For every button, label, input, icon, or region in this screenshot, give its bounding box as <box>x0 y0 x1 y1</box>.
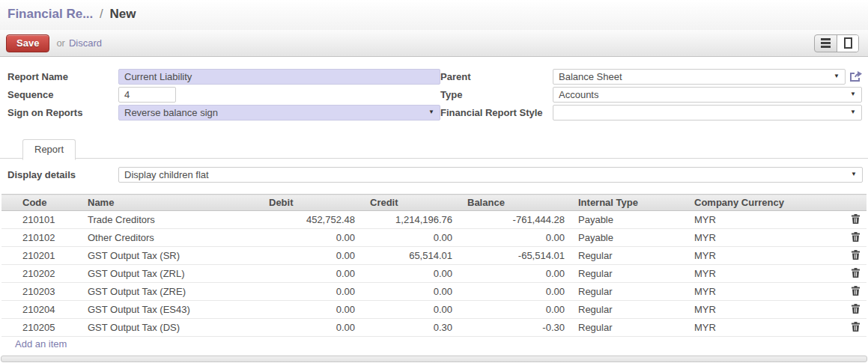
type-label: Type <box>440 89 553 100</box>
cell-company-currency[interactable]: MYR <box>687 229 844 247</box>
delete-row-button[interactable] <box>844 229 867 247</box>
cell-code[interactable]: 210101 <box>1 211 80 229</box>
cell-internal-type[interactable]: Regular <box>571 301 687 319</box>
external-link-icon[interactable] <box>849 71 862 82</box>
table-row: 210201GST Output Tax (SR)0.0065,514.01-6… <box>1 247 867 265</box>
cell-internal-type[interactable]: Payable <box>571 229 687 247</box>
cell-debit[interactable]: 0.00 <box>260 265 361 283</box>
delete-row-button[interactable] <box>844 283 867 301</box>
cell-code[interactable]: 210205 <box>1 319 80 337</box>
delete-row-button[interactable] <box>844 211 867 229</box>
column-header-company-currency[interactable]: Company Currency <box>687 195 844 211</box>
cell-company-currency[interactable]: MYR <box>687 211 844 229</box>
cell-balance[interactable]: -761,444.28 <box>458 211 571 229</box>
column-header-code[interactable]: Code <box>1 195 80 211</box>
list-view-button[interactable] <box>815 35 837 52</box>
cell-name[interactable]: GST Output Tax (SR) <box>80 247 260 265</box>
report-name-input[interactable] <box>118 69 440 85</box>
column-header-name[interactable]: Name <box>80 195 260 211</box>
display-details-select[interactable]: Display children flat ▼ <box>118 167 863 183</box>
cell-internal-type[interactable]: Payable <box>571 211 687 229</box>
cell-company-currency[interactable]: MYR <box>687 247 844 265</box>
cell-debit[interactable]: 0.00 <box>260 247 361 265</box>
cell-balance[interactable]: 0.00 <box>458 229 571 247</box>
breadcrumb-parent-link[interactable]: Financial Re... <box>7 7 93 21</box>
parent-select[interactable]: Balance Sheet ▼ <box>553 69 846 85</box>
chevron-down-icon: ▼ <box>834 73 840 79</box>
delete-row-button[interactable] <box>844 247 867 265</box>
chevron-down-icon: ▼ <box>850 109 856 115</box>
add-an-item-link[interactable]: Add an item <box>15 338 67 350</box>
parent-label: Parent <box>440 71 553 82</box>
cell-debit[interactable]: 0.00 <box>260 229 361 247</box>
discard-link[interactable]: Discard <box>69 37 102 49</box>
cell-internal-type[interactable]: Regular <box>571 283 687 301</box>
cell-internal-type[interactable]: Regular <box>571 247 687 265</box>
table-header-row: Code Name Debit Credit Balance Internal … <box>1 195 867 211</box>
table-row: 210205GST Output Tax (DS)0.000.30-0.30Re… <box>1 319 867 337</box>
cell-debit[interactable]: 0.00 <box>260 301 361 319</box>
report-name-label: Report Name <box>7 71 118 82</box>
trash-icon <box>852 322 860 332</box>
delete-row-button[interactable] <box>844 301 867 319</box>
table-row: 210203GST Output Tax (ZRE)0.000.000.00Re… <box>1 283 867 301</box>
cell-balance[interactable]: 0.00 <box>458 283 571 301</box>
parent-value: Balance Sheet <box>559 71 834 82</box>
cell-company-currency[interactable]: MYR <box>687 283 844 301</box>
cell-company-currency[interactable]: MYR <box>687 319 844 337</box>
cell-name[interactable]: Other Creditors <box>80 229 260 247</box>
cell-balance[interactable]: -65,514.01 <box>458 247 571 265</box>
cell-debit[interactable]: 0.00 <box>260 283 361 301</box>
cell-name[interactable]: GST Output Tax (ZRE) <box>80 283 260 301</box>
cell-debit[interactable]: 0.00 <box>260 319 361 337</box>
notebook-tab-strip: Report <box>0 138 868 159</box>
sequence-input[interactable] <box>118 87 176 103</box>
cell-name[interactable]: GST Output Tax (ES43) <box>80 301 260 319</box>
cell-name[interactable]: GST Output Tax (DS) <box>80 319 260 337</box>
cell-code[interactable]: 210203 <box>1 283 80 301</box>
cell-company-currency[interactable]: MYR <box>687 301 844 319</box>
cell-balance[interactable]: 0.00 <box>458 265 571 283</box>
table-row: 210101Trade Creditors452,752.481,214,196… <box>1 211 867 229</box>
display-details-label: Display details <box>7 169 118 180</box>
account-lines-table: Code Name Debit Credit Balance Internal … <box>1 194 867 351</box>
cell-code[interactable]: 210201 <box>1 247 80 265</box>
cell-credit[interactable]: 1,214,196.76 <box>361 211 458 229</box>
view-switcher <box>814 34 859 52</box>
sign-on-reports-select[interactable]: Reverse balance sign ▼ <box>118 105 440 121</box>
cell-credit[interactable]: 0.00 <box>361 265 458 283</box>
cell-internal-type[interactable]: Regular <box>571 319 687 337</box>
tab-report[interactable]: Report <box>22 139 76 160</box>
column-header-balance[interactable]: Balance <box>458 195 571 211</box>
table-row: 210102Other Creditors0.000.000.00Payable… <box>1 229 867 247</box>
cell-debit[interactable]: 452,752.48 <box>260 211 361 229</box>
trash-icon <box>852 232 860 242</box>
save-button[interactable]: Save <box>6 34 49 52</box>
cell-credit[interactable]: 65,514.01 <box>361 247 458 265</box>
cell-credit[interactable]: 0.00 <box>361 283 458 301</box>
trash-icon <box>852 286 860 296</box>
cell-balance[interactable]: 0.00 <box>458 301 571 319</box>
cell-balance[interactable]: -0.30 <box>458 319 571 337</box>
cell-credit[interactable]: 0.00 <box>361 229 458 247</box>
cell-name[interactable]: Trade Creditors <box>80 211 260 229</box>
type-value: Accounts <box>559 89 850 100</box>
column-header-debit[interactable]: Debit <box>260 195 361 211</box>
cell-credit[interactable]: 0.30 <box>361 319 458 337</box>
column-header-internal-type[interactable]: Internal Type <box>571 195 687 211</box>
cell-name[interactable]: GST Output Tax (ZRL) <box>80 265 260 283</box>
cell-code[interactable]: 210202 <box>1 265 80 283</box>
type-select[interactable]: Accounts ▼ <box>553 87 862 103</box>
cell-credit[interactable]: 0.00 <box>361 301 458 319</box>
delete-row-button[interactable] <box>844 265 867 283</box>
bottom-scroll-bar[interactable] <box>1 356 867 362</box>
delete-row-button[interactable] <box>844 319 867 337</box>
cell-code[interactable]: 210102 <box>1 229 80 247</box>
chevron-down-icon: ▼ <box>851 171 857 177</box>
cell-code[interactable]: 210204 <box>1 301 80 319</box>
financial-report-style-select[interactable]: ▼ <box>553 105 862 121</box>
form-view-button[interactable] <box>837 35 858 52</box>
cell-internal-type[interactable]: Regular <box>571 265 687 283</box>
cell-company-currency[interactable]: MYR <box>687 265 844 283</box>
column-header-credit[interactable]: Credit <box>361 195 458 211</box>
